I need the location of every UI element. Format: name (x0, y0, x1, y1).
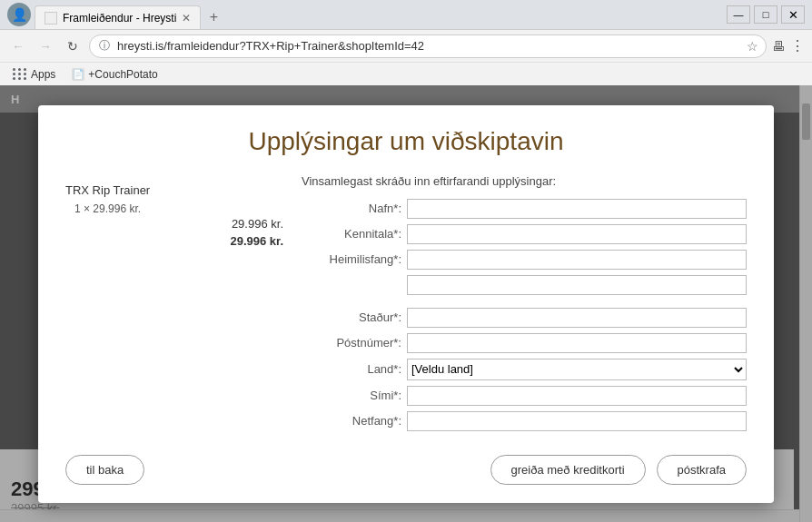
postnumer-row: Póstnúmer*: (302, 333, 747, 353)
nafn-row: Nafn*: (302, 199, 747, 219)
apps-grid-icon (13, 68, 27, 80)
heimilisfang-label: Heimilisfang*: (302, 252, 401, 266)
heimilisfang-input[interactable] (407, 250, 747, 270)
close-button[interactable]: ✕ (781, 5, 805, 24)
tab-favicon (45, 12, 57, 25)
bookmark-label: +CouchPotato (88, 68, 157, 81)
browser-window: 👤 Framleiðendur - Hreysti ✕ + — □ ✕ ← → … (0, 0, 812, 522)
netfang-input[interactable] (407, 411, 747, 431)
bookmarks-bar: Apps 📄 +CouchPotato (0, 62, 812, 85)
page-content: H Magn 29996 kr. 39995 kr. Upplýsingar u… (0, 85, 812, 522)
modal-footer: til baka greiða með kreditkorti póstkraf… (65, 455, 747, 485)
maximize-button[interactable]: □ (754, 5, 777, 24)
tab-title: Framleiðendur - Hreysti (63, 12, 176, 25)
heimilisfang-row: Heimilisfang*: (302, 250, 747, 270)
menu-button[interactable]: ⋮ (790, 37, 805, 54)
forward-button[interactable]: → (35, 35, 56, 57)
product-subtotal: 29.996 kr. (65, 217, 283, 231)
netfang-row: Netfang*: (302, 411, 747, 431)
profile-button[interactable]: 👤 (7, 3, 31, 26)
simi-input[interactable] (407, 386, 747, 406)
modal-overlay: Upplýsingar um viðskiptavin TRX Rip Trai… (0, 85, 812, 522)
kennitala-label: Kennitala*: (302, 227, 401, 241)
credit-card-button[interactable]: greiða með kreditkorti (490, 455, 646, 485)
simi-label: Sími*: (302, 389, 401, 402)
address-bar: ← → ↻ ⓘ hreysti.is/framleidendur?TRX+Rip… (0, 29, 812, 62)
info-icon: ⓘ (99, 38, 110, 54)
tab-close-button[interactable]: ✕ (182, 12, 191, 25)
kennitala-input[interactable] (407, 224, 747, 244)
form-instruction: Vinsamlegast skráðu inn eftirfarandi upp… (302, 174, 747, 188)
netfang-label: Netfang*: (302, 414, 401, 428)
refresh-button[interactable]: ↻ (62, 35, 84, 57)
window-controls: — □ ✕ (727, 5, 805, 24)
modal-body: TRX Rip Trainer 1 × 29.996 kr. 29.996 kr… (65, 174, 747, 437)
tab-bar: Framleiðendur - Hreysti ✕ + (35, 0, 723, 29)
postnumer-input[interactable] (407, 333, 747, 353)
order-summary: TRX Rip Trainer 1 × 29.996 kr. 29.996 kr… (65, 174, 283, 437)
heimilisfang2-row (302, 275, 747, 295)
nafn-label: Nafn*: (302, 202, 401, 215)
back-button[interactable]: ← (7, 35, 29, 57)
address-input[interactable]: ⓘ hreysti.is/framleidendur?TRX+Rip+Train… (89, 34, 767, 58)
postnumer-label: Póstnúmer*: (302, 336, 401, 350)
url-text: hreysti.is/framleidendur?TRX+Rip+Trainer… (117, 39, 424, 53)
simi-row: Sími*: (302, 386, 747, 406)
bookmark-couchpotato[interactable]: 📄 +CouchPotato (66, 66, 163, 83)
modal-dialog: Upplýsingar um viðskiptavin TRX Rip Trai… (38, 105, 774, 503)
apps-label: Apps (31, 68, 55, 81)
bookmark-favicon: 📄 (72, 68, 84, 81)
active-tab[interactable]: Framleiðendur - Hreysti ✕ (35, 5, 201, 29)
apps-button[interactable]: Apps (7, 66, 61, 83)
nafn-input[interactable] (407, 199, 747, 219)
heimilisfang2-input[interactable] (407, 275, 747, 295)
minimize-button[interactable]: — (727, 5, 750, 24)
title-bar: 👤 Framleiðendur - Hreysti ✕ + — □ ✕ (0, 0, 812, 29)
stadur-row: Staður*: (302, 308, 747, 328)
invoice-button[interactable]: póstkrafa (657, 455, 747, 485)
land-label: Land*: (302, 362, 401, 376)
bookmark-star-icon[interactable]: ☆ (747, 39, 758, 54)
product-total: 29.996 kr. (65, 234, 283, 248)
product-name: TRX Rip Trainer (65, 183, 283, 197)
new-tab-button[interactable]: + (201, 5, 226, 29)
customer-form: Vinsamlegast skráðu inn eftirfarandi upp… (302, 174, 747, 437)
land-row: Land*: [Veldu land] (302, 359, 747, 380)
kennitala-row: Kennitala*: (302, 224, 747, 244)
print-button[interactable]: 🖶 (772, 39, 785, 54)
land-select[interactable]: [Veldu land] (407, 359, 747, 380)
stadur-label: Staður*: (302, 310, 401, 324)
back-button[interactable]: til baka (65, 455, 144, 485)
modal-title: Upplýsingar um viðskiptavin (65, 127, 747, 156)
stadur-input[interactable] (407, 308, 747, 328)
product-qty-price: 1 × 29.996 kr. (65, 202, 283, 215)
